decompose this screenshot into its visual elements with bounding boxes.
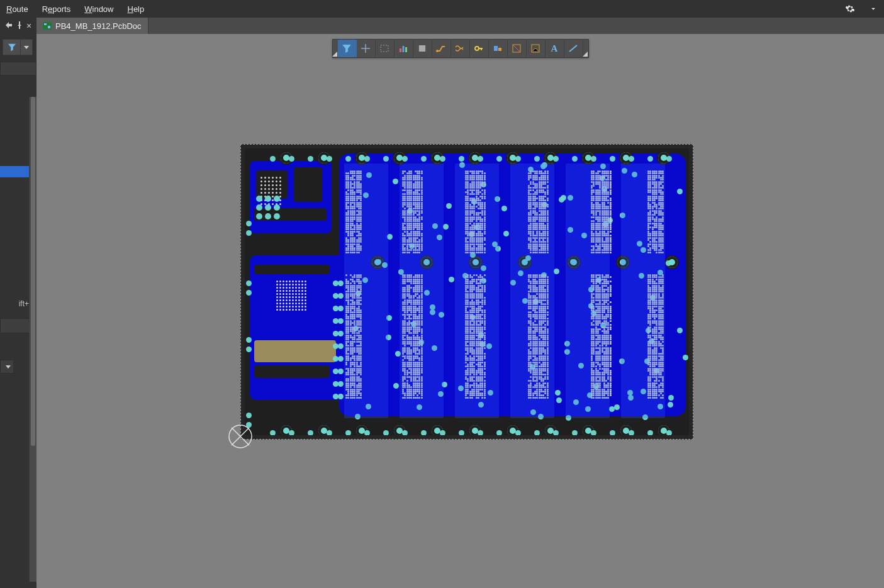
via-small <box>591 156 596 162</box>
menu-window[interactable]: Window <box>84 4 113 14</box>
via-dot <box>283 293 284 295</box>
via-small <box>246 221 252 226</box>
crosshair-icon <box>361 43 371 53</box>
via-dot <box>283 287 284 289</box>
tool-key[interactable] <box>470 40 489 57</box>
tool-region-align[interactable] <box>489 40 508 57</box>
panel-pin-icon[interactable] <box>16 21 23 31</box>
via-dot <box>289 293 291 295</box>
via-dot <box>272 180 274 182</box>
stripe-blue <box>510 164 554 418</box>
via-dot <box>268 180 270 182</box>
via-small <box>668 395 674 401</box>
via-small <box>246 337 252 343</box>
via-dot <box>295 284 297 286</box>
via-dot <box>289 284 291 286</box>
tool-filter[interactable] <box>338 40 357 57</box>
via-dot <box>305 302 306 304</box>
menu-reports[interactable]: Reports <box>42 4 71 14</box>
tool-line-segment[interactable] <box>564 40 583 57</box>
menu-route[interactable]: RRouteoute <box>6 4 28 14</box>
via-dot <box>279 293 281 295</box>
via-small <box>289 430 294 435</box>
tool-clearance[interactable] <box>508 40 527 57</box>
document-tab[interactable]: PB4_MB_1912.PcbDoc <box>36 18 148 34</box>
via-small <box>534 156 540 162</box>
chevron-down-icon <box>6 365 11 369</box>
panel-close-icon[interactable]: × <box>26 21 31 30</box>
via-small <box>591 430 596 435</box>
tool-route-track[interactable] <box>432 40 451 57</box>
via-small <box>338 381 344 387</box>
via-dot <box>279 290 281 292</box>
via-dot <box>295 306 297 308</box>
via-dot <box>305 287 306 289</box>
stripe-blue <box>621 164 665 418</box>
via-small <box>338 280 344 286</box>
via-dot <box>301 293 303 295</box>
via-dot <box>283 306 284 308</box>
via-small <box>478 430 483 435</box>
via-dot <box>268 184 270 186</box>
panel-filter-button[interactable] <box>3 40 21 55</box>
toolbar-resize-handle-right[interactable] <box>583 40 588 57</box>
via-small <box>327 430 332 435</box>
via-dot <box>286 293 288 295</box>
svg-rect-5 <box>403 46 405 52</box>
via-small <box>270 156 276 162</box>
via-small <box>383 156 389 162</box>
via-dot <box>301 302 303 304</box>
via-dot <box>276 284 278 286</box>
via-small <box>677 189 683 194</box>
panel-filter-dropdown[interactable] <box>21 40 32 55</box>
via-dot <box>279 309 281 311</box>
titlebar-dropdown-icon[interactable] <box>869 4 878 13</box>
panel-search-input[interactable] <box>0 62 36 75</box>
stripe-blue <box>566 164 610 418</box>
via-small <box>440 156 445 162</box>
via-dot <box>272 177 274 179</box>
pcb-editor-canvas[interactable]: A <box>36 34 884 588</box>
via-dot <box>295 302 297 304</box>
via-dot <box>272 192 274 194</box>
via-dot <box>610 386 612 388</box>
tool-component[interactable] <box>413 40 432 57</box>
chevron-down-icon <box>24 46 29 49</box>
via-dot <box>305 293 306 295</box>
via-dot <box>264 188 266 190</box>
via-small <box>338 331 344 336</box>
via-small <box>534 430 540 435</box>
diff-pair-icon <box>455 43 465 53</box>
via-dot <box>610 328 612 330</box>
panel-filter-toolbar <box>3 39 33 55</box>
panel-scrollbar[interactable] <box>29 97 36 582</box>
panel-text-input[interactable] <box>0 318 33 333</box>
via-dot <box>286 299 288 301</box>
tool-measure[interactable] <box>527 40 546 57</box>
panel-dock-icon[interactable] <box>5 21 13 31</box>
via-dot <box>289 302 291 304</box>
clearance-icon <box>512 43 522 53</box>
tool-crosshair[interactable] <box>357 40 376 57</box>
copper-pour-left-lower <box>250 255 344 400</box>
via-small <box>338 306 344 311</box>
toolbar-resize-handle-left[interactable] <box>333 40 338 57</box>
panel-scrollbar-thumb[interactable] <box>31 97 35 446</box>
tool-text[interactable]: A <box>546 40 564 57</box>
via-dot <box>276 302 278 304</box>
via-small <box>629 156 634 162</box>
stripe-blue <box>400 164 444 418</box>
via-dot <box>301 290 303 292</box>
via-small <box>647 156 653 162</box>
svg-rect-10 <box>494 46 498 51</box>
settings-gear-icon[interactable] <box>845 4 855 14</box>
via-dot <box>276 280 278 282</box>
via-dot <box>276 290 278 292</box>
tool-graph-bars[interactable] <box>394 40 413 57</box>
copper-cutout <box>294 167 322 202</box>
panel-dropdown[interactable] <box>0 360 14 374</box>
tool-diff-pair[interactable] <box>451 40 470 57</box>
via-small <box>677 328 683 333</box>
tool-selection-rect[interactable] <box>376 40 394 57</box>
menu-help[interactable]: Help <box>127 4 144 14</box>
